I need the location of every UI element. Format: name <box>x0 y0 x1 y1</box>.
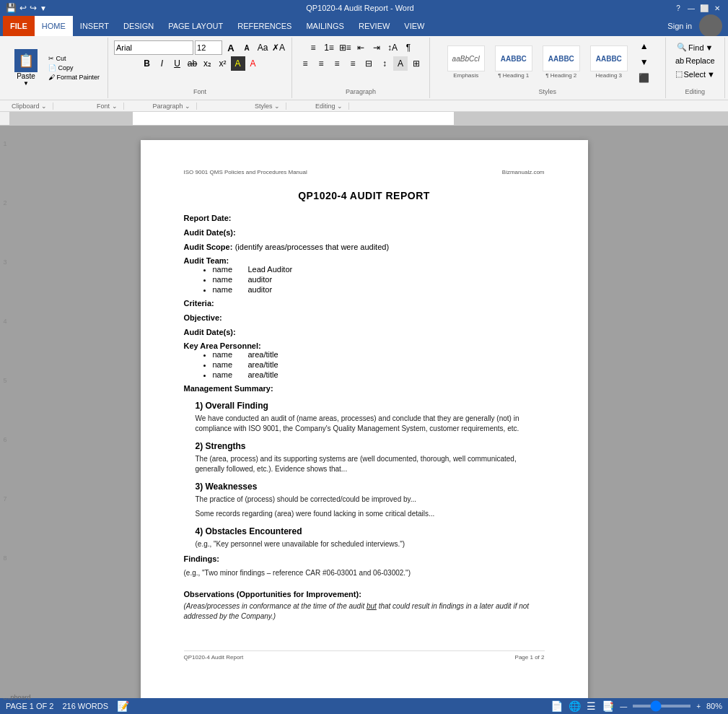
styles-expand[interactable]: ⬛ <box>637 71 652 84</box>
view-outline-icon[interactable]: ☰ <box>587 700 596 712</box>
audit-dates-label: Audit Date(s): <box>184 228 236 237</box>
font-size-input[interactable] <box>195 40 222 55</box>
menu-design[interactable]: DESIGN <box>116 16 161 36</box>
paste-label: Paste <box>17 72 35 80</box>
menu-page-layout[interactable]: PAGE LAYOUT <box>161 16 230 36</box>
select-dropdown[interactable]: ▼ <box>707 70 715 79</box>
increase-font-btn[interactable]: A <box>224 40 238 55</box>
style-heading3-label: Heading 3 <box>596 72 622 79</box>
numbering-btn[interactable]: 1≡ <box>322 40 336 55</box>
paste-button[interactable]: 📋 Paste ▼ <box>9 39 43 97</box>
sign-in[interactable]: Sign in <box>660 22 699 30</box>
view-web-icon[interactable]: 🌐 <box>569 700 581 712</box>
minimize-btn[interactable]: — <box>686 3 696 13</box>
shading-btn[interactable]: A <box>393 56 408 71</box>
redo-icon[interactable]: ↪ <box>30 3 37 13</box>
zoom-slider[interactable] <box>633 705 690 708</box>
copy-button[interactable]: 📄 Copy <box>46 64 102 72</box>
menu-view[interactable]: VIEW <box>397 16 431 36</box>
font-footer-label[interactable]: Font ⌄ <box>53 103 124 110</box>
show-formatting-btn[interactable]: ¶ <box>401 40 416 55</box>
decrease-indent-btn[interactable]: ⇤ <box>354 40 368 55</box>
line-spacing-btn[interactable]: ↕ <box>377 56 392 71</box>
text-color-btn[interactable]: A <box>246 56 260 71</box>
format-painter-button[interactable]: 🖌 Format Painter <box>46 73 102 82</box>
status-bar: PAGE 1 OF 2 216 WORDS 📝 📄 🌐 ☰ 📑 — + 80% <box>0 698 728 714</box>
underline-btn[interactable]: U <box>170 56 185 71</box>
style-emphasis[interactable]: aaBbCcI Emphasis <box>444 43 488 81</box>
zoom-plus[interactable]: + <box>696 702 701 710</box>
text-highlight-btn[interactable]: A <box>231 56 245 71</box>
decrease-font-btn[interactable]: A <box>240 40 254 55</box>
criteria-label: Criteria: <box>184 299 214 308</box>
criteria-row: Criteria: <box>184 298 545 308</box>
styles-scroll-down[interactable]: ▼ <box>637 55 652 69</box>
menu-references[interactable]: REFERENCES <box>230 16 299 36</box>
menu-home[interactable]: HOME <box>35 16 73 36</box>
personnel-name-2: name <box>213 360 233 369</box>
findings-value: (e.g., "Two minor findings – reference C… <box>184 568 545 578</box>
help-btn[interactable]: ? <box>673 3 683 13</box>
styles-footer-label[interactable]: Styles ⌄ <box>197 103 286 110</box>
maximize-btn[interactable]: ⬜ <box>699 3 709 13</box>
style-heading2[interactable]: AABBC ¶ Heading 2 <box>539 43 584 81</box>
save-icon[interactable]: 💾 <box>6 3 17 13</box>
editing-label: Editing <box>685 87 706 95</box>
section1-body: We have conducted an audit of (name area… <box>196 414 545 434</box>
paragraph-footer-label[interactable]: Paragraph ⌄ <box>124 103 198 110</box>
observations-heading: Observations (Opportunities for Improvem… <box>184 590 545 598</box>
subscript-btn[interactable]: x₂ <box>201 56 215 71</box>
status-left: PAGE 1 OF 2 216 WORDS 📝 <box>6 700 129 712</box>
find-btn[interactable]: 🔍 Find ▼ <box>673 40 716 54</box>
sort-btn[interactable]: ↕A <box>385 40 400 55</box>
zoom-minus[interactable]: — <box>620 702 627 710</box>
style-heading3[interactable]: AABBC Heading 3 <box>587 43 631 81</box>
align-center-btn[interactable]: ≡ <box>314 56 328 71</box>
align-left-btn[interactable]: ≡ <box>298 56 312 71</box>
cut-button[interactable]: ✂ Cut <box>46 54 102 63</box>
superscript-btn[interactable]: x² <box>216 56 230 71</box>
clear-format-btn[interactable]: Aa <box>255 40 270 55</box>
document[interactable]: ISO 9001 QMS Policies and Procedures Man… <box>141 140 588 698</box>
increase-indent-btn[interactable]: ⇥ <box>369 40 384 55</box>
file-menu[interactable]: FILE <box>3 16 35 36</box>
align-right-btn[interactable]: ≡ <box>330 56 344 71</box>
view-draft-icon[interactable]: 📑 <box>602 700 614 712</box>
close-btn[interactable]: ✕ <box>712 3 722 13</box>
menu-mailings[interactable]: MAILINGS <box>299 16 351 36</box>
paste-dropdown[interactable]: ▼ <box>23 80 29 87</box>
ribbon-footer: Clipboard ⌄ Font ⌄ Paragraph ⌄ Styles ⌄ … <box>0 100 728 111</box>
bullets-btn[interactable]: ≡ <box>306 40 320 55</box>
column-btn[interactable]: ⊟ <box>361 56 376 71</box>
editing-footer-label[interactable]: Editing ⌄ <box>286 103 349 110</box>
replace-btn[interactable]: ab Replace <box>672 54 719 67</box>
style-heading1[interactable]: AABBC ¶ Heading 1 <box>491 43 536 81</box>
left-margin: 1 2 3 4 5 6 7 8 <box>0 126 10 698</box>
bold-btn[interactable]: B <box>140 56 154 71</box>
view-print-icon[interactable]: 📄 <box>551 700 563 712</box>
borders-btn[interactable]: ⊞ <box>409 56 424 71</box>
menu-review[interactable]: REVIEW <box>351 16 397 36</box>
justify-btn[interactable]: ≡ <box>346 56 360 71</box>
section3-heading: 3) Weaknesses <box>196 482 545 492</box>
clipboard-footer-label[interactable]: Clipboard ⌄ <box>6 103 53 110</box>
main-area: 1 2 3 4 5 6 7 8 ISO 9001 QMS Policies an… <box>0 126 728 698</box>
italic-btn[interactable]: I <box>155 56 170 71</box>
proofing-icon[interactable]: 📝 <box>117 700 129 712</box>
editing-group: 🔍 Find ▼ ab Replace ⬚ Select ▼ Editing <box>666 38 725 98</box>
strikethrough-btn[interactable]: ab <box>185 56 200 71</box>
font-name-input[interactable] <box>114 40 193 55</box>
undo-icon[interactable]: ↩ <box>19 3 27 13</box>
menu-insert[interactable]: INSERT <box>73 16 116 36</box>
multilevel-btn[interactable]: ⊞≡ <box>338 40 352 55</box>
clear-all-btn[interactable]: ✗A <box>271 40 286 55</box>
style-heading3-preview: AABBC <box>590 45 628 71</box>
select-btn[interactable]: ⬚ Select ▼ <box>672 67 719 81</box>
styles-scroll-up[interactable]: ▲ <box>637 40 652 53</box>
doc-footer: QP1020-4 Audit Report Page 1 of 2 <box>184 650 545 661</box>
find-dropdown[interactable]: ▼ <box>706 43 714 52</box>
key-personnel-label: Key Area Personnel: <box>184 341 545 350</box>
doc-area[interactable]: ISO 9001 QMS Policies and Procedures Man… <box>10 126 718 698</box>
font-group-label: Font <box>193 87 206 95</box>
more-icon[interactable]: ▼ <box>40 4 47 12</box>
